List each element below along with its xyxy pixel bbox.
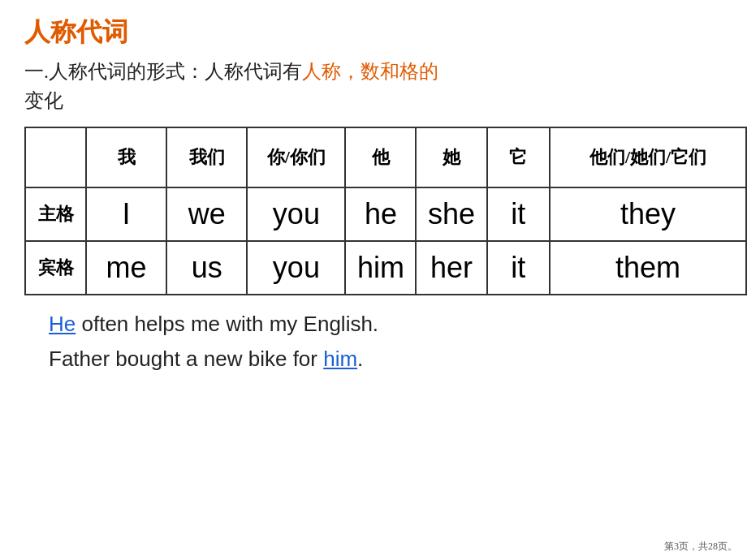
accusative-label: 宾格 <box>25 241 86 295</box>
header-col2: 我们 <box>166 127 247 187</box>
accusative-us: us <box>166 241 247 295</box>
nominative-we: we <box>166 187 247 241</box>
accusative-it: it <box>487 241 550 295</box>
header-col7: 他们/她们/它们 <box>550 127 746 187</box>
accusative-them: them <box>550 241 746 295</box>
nominative-you: you <box>247 187 345 241</box>
subtitle-text2: 变化 <box>24 90 63 111</box>
examples-section: He often helps me with my English. Fathe… <box>24 312 723 372</box>
header-col3: 你/你们 <box>247 127 345 187</box>
table-row-nominative: 主格 I we you he she it they <box>25 187 746 241</box>
example2-highlight: him <box>323 347 357 371</box>
example-1: He often helps me with my English. <box>49 312 723 337</box>
example1-text: often helps me with my English. <box>76 312 378 336</box>
nominative-she: she <box>416 187 486 241</box>
subtitle-text1: 一.人称代词的形式：人称代词有 <box>24 61 302 82</box>
table-header-row: 我 我们 你/你们 他 她 它 他们/她们/它们 <box>25 127 746 187</box>
accusative-him: him <box>345 241 416 295</box>
nominative-label: 主格 <box>25 187 86 241</box>
header-col1: 我 <box>86 127 166 187</box>
example2-after: . <box>357 347 363 371</box>
nominative-they: they <box>550 187 746 241</box>
page-title: 人称代词 <box>24 15 723 50</box>
example1-highlight: He <box>49 312 76 336</box>
example2-before: Father bought a new bike for <box>49 347 323 371</box>
header-col4: 他 <box>345 127 416 187</box>
pronoun-table: 我 我们 你/你们 他 她 它 他们/她们/它们 主格 I we you he … <box>24 127 747 295</box>
subtitle-highlight: 人称，数和格的 <box>302 61 438 82</box>
accusative-you: you <box>247 241 345 295</box>
example-2: Father bought a new bike for him. <box>49 347 723 372</box>
nominative-he: he <box>345 187 416 241</box>
nominative-i: I <box>86 187 166 241</box>
nominative-it: it <box>487 187 550 241</box>
table-row-accusative: 宾格 me us you him her it them <box>25 241 746 295</box>
subtitle: 一.人称代词的形式：人称代词有人称，数和格的 变化 <box>24 57 723 115</box>
accusative-her: her <box>416 241 486 295</box>
header-col5: 她 <box>416 127 486 187</box>
page-counter: 第3页，共28页。 <box>664 540 737 554</box>
header-col6: 它 <box>487 127 550 187</box>
header-col0 <box>25 127 86 187</box>
accusative-me: me <box>86 241 166 295</box>
